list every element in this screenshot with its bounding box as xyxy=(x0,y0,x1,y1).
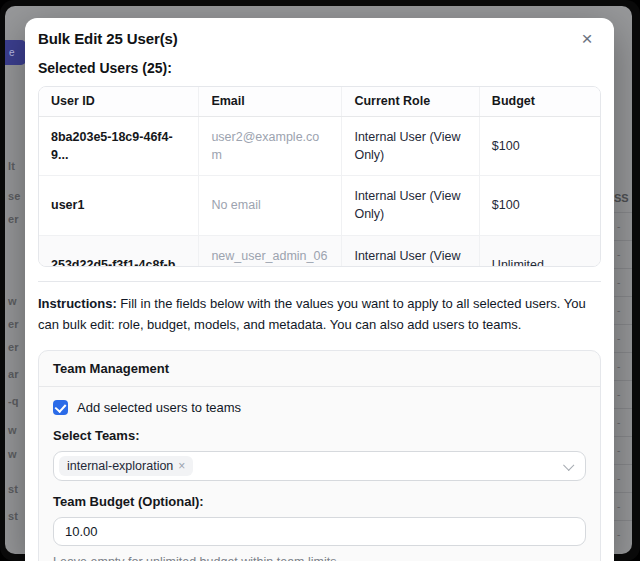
column-header-user-id: User ID xyxy=(39,87,199,117)
instructions-label: Instructions: xyxy=(38,296,117,311)
instructions-text: Instructions: Fill in the fields below w… xyxy=(38,294,601,336)
background-column-header-fragment: SS xyxy=(612,190,632,212)
user-id-cell: 8ba203e5-18c9-46f4-9... xyxy=(39,117,199,176)
background-table-edge: SS - - - - - - - - - - - - xyxy=(612,190,632,554)
bulk-edit-modal: Bulk Edit 25 User(s) × Selected Users (2… xyxy=(25,18,614,561)
team-management-title: Team Management xyxy=(39,351,600,387)
table-row: user1 No email Internal User (View Only)… xyxy=(39,176,600,235)
background-selected-nav-item: e xyxy=(5,40,26,65)
background-text-fragment: w xyxy=(8,295,17,307)
email-cell: No email xyxy=(199,176,342,235)
modal-title: Bulk Edit 25 User(s) xyxy=(38,30,601,47)
table-row: 8ba203e5-18c9-46f4-9... user2@example.co… xyxy=(39,117,600,176)
column-header-budget: Budget xyxy=(479,87,600,117)
teams-multiselect[interactable]: internal-exploration × xyxy=(53,451,586,481)
add-users-to-teams-checkbox-row[interactable]: Add selected users to teams xyxy=(53,400,586,415)
remove-tag-icon[interactable]: × xyxy=(178,460,185,472)
background-text-fragment: w xyxy=(8,424,17,436)
budget-hint-text: Leave empty for unlimited budget within … xyxy=(53,555,586,561)
background-text-fragment: lt xyxy=(8,160,15,172)
background-table-row: - xyxy=(612,212,632,240)
background-table-row: - xyxy=(612,380,632,408)
background-table-row: - xyxy=(612,520,632,548)
background-text-fragment: w xyxy=(8,448,17,460)
background-nav-fragment: e xyxy=(9,47,15,58)
email-cell: user2@example.com xyxy=(199,117,342,176)
user-id-cell: user1 xyxy=(39,176,199,235)
background-text-fragment: st xyxy=(8,510,18,522)
background-table-row: - xyxy=(612,268,632,296)
budget-cell: $100 xyxy=(479,176,600,235)
selected-users-label: Selected Users (25): xyxy=(38,60,601,76)
app-window: e lt se er w er er ar -q w w st st SS - … xyxy=(0,0,640,561)
team-tag-label: internal-exploration xyxy=(67,459,173,473)
team-budget-input[interactable] xyxy=(53,517,586,546)
column-header-email: Email xyxy=(199,87,342,117)
email-cell: new_user_admin_06_21_p3@xyz.com xyxy=(199,235,342,267)
user-id-cell: 253d22d5-f3f1-4c8f-b... xyxy=(39,235,199,267)
background-table-row: - xyxy=(612,240,632,268)
team-budget-label: Team Budget (Optional): xyxy=(53,494,586,509)
background-text-fragment: er xyxy=(8,213,19,225)
budget-cell: Unlimited xyxy=(479,235,600,267)
background-table-row: - xyxy=(612,464,632,492)
add-users-checkbox-label: Add selected users to teams xyxy=(77,400,241,415)
section-divider xyxy=(38,281,601,282)
background-table-row: - xyxy=(612,324,632,352)
background-text-fragment: -q xyxy=(8,395,19,407)
budget-cell: $100 xyxy=(479,117,600,176)
chevron-down-icon xyxy=(563,459,574,470)
checkbox-checked-icon[interactable] xyxy=(53,400,68,415)
background-text-fragment: st xyxy=(8,483,18,495)
select-teams-label: Select Teams: xyxy=(53,428,586,443)
selected-team-tag: internal-exploration × xyxy=(59,456,193,476)
team-management-card: Team Management Add selected users to te… xyxy=(38,350,601,561)
background-table-row: - xyxy=(612,492,632,520)
background-text-fragment: ar xyxy=(8,368,19,380)
selected-users-table: User ID Email Current Role Budget 8ba203… xyxy=(39,87,600,267)
background-text-fragment: er xyxy=(8,341,19,353)
background-text-fragment: se xyxy=(8,190,21,202)
selected-users-table-scroll[interactable]: User ID Email Current Role Budget 8ba203… xyxy=(38,86,601,267)
background-table-row: - xyxy=(612,408,632,436)
background-table-row: - xyxy=(612,436,632,464)
background-table-row: - xyxy=(612,352,632,380)
close-icon[interactable]: × xyxy=(575,27,599,51)
background-table-row: - xyxy=(612,296,632,324)
column-header-current-role: Current Role xyxy=(342,87,479,117)
table-row: 253d22d5-f3f1-4c8f-b... new_user_admin_0… xyxy=(39,235,600,267)
role-cell: Internal User (View Only) xyxy=(342,235,479,267)
role-cell: Internal User (View Only) xyxy=(342,117,479,176)
background-text-fragment: er xyxy=(8,318,19,330)
role-cell: Internal User (View Only) xyxy=(342,176,479,235)
table-header-row: User ID Email Current Role Budget xyxy=(39,87,600,117)
